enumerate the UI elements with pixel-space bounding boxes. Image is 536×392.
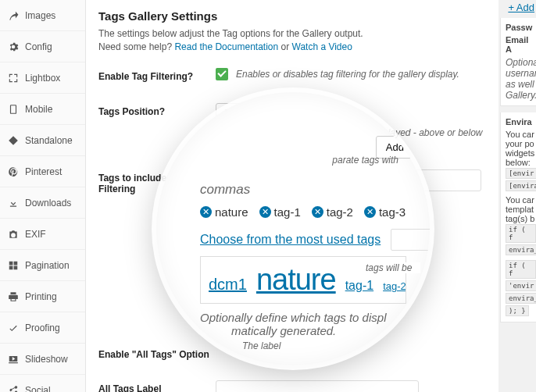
leaf-icon [8, 10, 19, 21]
magnifier: Add parate tags with commas ✕nature ✕tag… [156, 92, 430, 365]
pinterest-icon [8, 166, 19, 177]
sidebar-item-standalone[interactable]: Standalone [0, 125, 85, 156]
remove-tag-icon[interactable]: ✕ [312, 206, 323, 218]
tagcloud-item[interactable]: tag-1 [345, 279, 373, 293]
current-tags: ✕nature ✕tag-1 ✕tag-2 ✕tag-3 [200, 205, 406, 219]
camera-icon [8, 229, 19, 240]
sidebar-item-proofing[interactable]: Proofing [0, 312, 85, 344]
remove-tag-icon[interactable]: ✕ [259, 206, 271, 218]
tag-chip: ✕tag-2 [312, 205, 353, 219]
tag-chip: ✕tag-3 [364, 205, 406, 219]
doc-link[interactable]: Read the Documentation [174, 41, 278, 52]
slideshow-icon [8, 354, 19, 365]
remove-tag-icon[interactable]: ✕ [364, 206, 376, 218]
video-link[interactable]: Watch a Video [292, 41, 352, 52]
tagcloud-item[interactable]: dcm1 [209, 276, 247, 294]
sidebar-item-exif[interactable]: EXIF [0, 219, 85, 250]
sidebar-item-printing[interactable]: Printing [0, 281, 85, 312]
tagcloud-item[interactable]: nature [256, 263, 336, 297]
add-link[interactable]: + Add [508, 2, 534, 13]
sidebar-item-lightbox[interactable]: Lightbox [0, 62, 85, 94]
download-icon [8, 198, 19, 208]
page-title: Tags Gallery Settings [98, 9, 486, 23]
sidebar-item-social[interactable]: Social [0, 375, 85, 392]
tag-chip: ✕nature [200, 205, 248, 219]
diamond-icon [8, 135, 19, 146]
optional-hint: Optionally define which tags to displ ma… [200, 311, 398, 337]
sidebar-item-downloads[interactable]: Downloads [0, 187, 85, 219]
tag-chip: ✕tag-1 [259, 205, 301, 219]
grid-icon [8, 260, 19, 271]
choose-tags-link[interactable]: Choose from the most used tags [200, 233, 381, 247]
mobile-icon [8, 104, 19, 115]
sidebar-item-mobile[interactable]: Mobile [0, 94, 85, 125]
gear-icon [8, 41, 19, 52]
remove-tag-icon[interactable]: ✕ [200, 206, 212, 218]
password-box: Passw Email A Optiona usernan as well Ga… [500, 18, 536, 106]
print-icon [8, 291, 19, 302]
envira-box: Envira You car your po widgets below: [e… [500, 112, 536, 323]
share-icon [8, 385, 19, 393]
expand-icon [8, 73, 19, 84]
page-desc: The settings below adjust the Tag option… [98, 27, 486, 54]
tags-exclude-field[interactable] [391, 229, 430, 251]
sidebar-item-slideshow[interactable]: Slideshow [0, 344, 85, 375]
commas-label: commas [200, 182, 250, 198]
sidebar-item-pinterest[interactable]: Pinterest [0, 156, 85, 187]
row-enable-filter: Enable Tag Filtering? Enables or disable… [98, 68, 486, 83]
sidebar-item-images[interactable]: Images [0, 0, 85, 31]
sidebar-item-config[interactable]: Config [0, 31, 85, 62]
check-icon [8, 323, 19, 333]
all-tags-label-input[interactable] [216, 380, 419, 392]
tagcloud-item[interactable]: tag-2 [383, 280, 406, 292]
sidebar-item-pagination[interactable]: Pagination [0, 250, 85, 281]
sidebar: Images Config Lightbox Mobile Standalone… [0, 0, 86, 392]
right-column: + Add Passw Email A Optiona usernan as w… [500, 0, 536, 392]
enable-filter-checkbox[interactable] [216, 68, 228, 80]
row-all-label: All Tags Label The label [98, 380, 486, 392]
